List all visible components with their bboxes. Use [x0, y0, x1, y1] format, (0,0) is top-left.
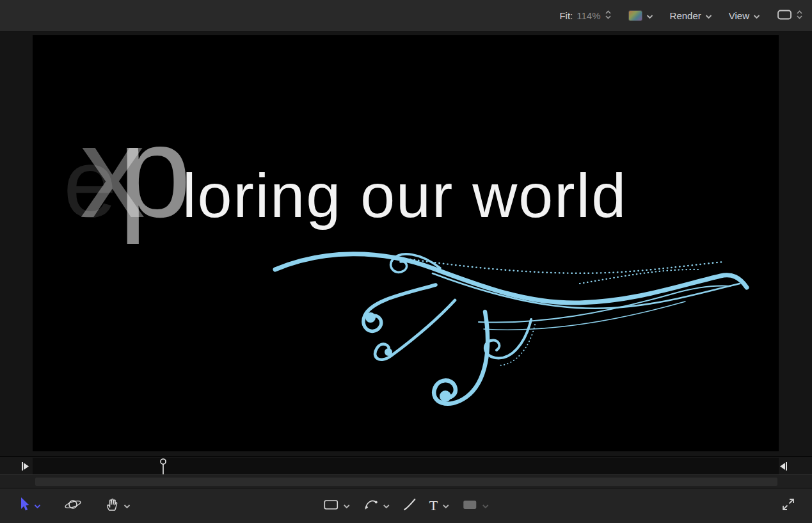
zoom-value: 114%: [577, 10, 600, 21]
play-range-end-marker[interactable]: [779, 462, 788, 474]
display-layout-icon: [777, 9, 792, 22]
rectangle-icon: [323, 498, 338, 513]
view-menu[interactable]: View: [729, 10, 760, 21]
color-channel-menu[interactable]: [628, 10, 653, 21]
fit-label: Fit:: [559, 10, 573, 21]
title-text-layer[interactable]: exploring our world: [63, 106, 627, 237]
mini-timeline[interactable]: [0, 456, 812, 474]
paint-stroke-tool[interactable]: [402, 497, 417, 514]
chevron-down-icon[interactable]: [383, 500, 390, 511]
mask-rectangle-icon: [462, 498, 477, 513]
timeline-scroll-strip: [0, 474, 812, 488]
color-swatch-icon: [628, 10, 642, 21]
select-arrow-icon: [18, 497, 29, 515]
zoom-stepper-icon[interactable]: [605, 10, 612, 22]
title-letter-dim: p: [118, 98, 191, 245]
flourish-swirl-graphic[interactable]: [273, 248, 749, 430]
text-tool[interactable]: T: [429, 499, 449, 513]
chevron-down-icon: [705, 10, 712, 21]
canvas-viewport[interactable]: exploring our world: [33, 35, 779, 451]
view-label: View: [729, 10, 749, 21]
mask-tool: [462, 498, 489, 513]
rectangle-tool[interactable]: [323, 498, 350, 513]
layout-stepper-icon: [796, 10, 803, 22]
chevron-down-icon[interactable]: [343, 500, 350, 511]
pen-curve-icon: [363, 497, 378, 515]
pan-zoom-tool[interactable]: [105, 497, 131, 515]
chevron-down-icon[interactable]: [123, 500, 131, 511]
render-label: Render: [670, 10, 701, 21]
play-range-start-marker[interactable]: [21, 462, 29, 474]
render-menu[interactable]: Render: [670, 10, 712, 21]
3d-transform-tool[interactable]: [64, 497, 82, 515]
paint-stroke-icon: [402, 497, 417, 514]
expand-arrows-icon: [781, 497, 795, 514]
top-toolbar: Fit: 114% Render View: [0, 0, 812, 32]
chevron-down-icon[interactable]: [34, 500, 41, 511]
canvas-region: exploring our world: [0, 32, 812, 456]
chevron-down-icon: [482, 500, 489, 511]
text-tool-icon: T: [429, 499, 438, 513]
timeline-track[interactable]: [33, 458, 779, 474]
orbit-3d-icon: [64, 497, 82, 515]
select-transform-tool[interactable]: [18, 497, 41, 515]
chevron-down-icon: [646, 10, 653, 21]
bottom-toolbar: T: [0, 488, 812, 523]
fullscreen-tool[interactable]: [781, 497, 795, 514]
hand-icon: [105, 497, 119, 515]
horizontal-scrollbar[interactable]: [35, 478, 777, 486]
display-layout-control[interactable]: [777, 9, 803, 22]
bezier-tool[interactable]: [363, 497, 390, 515]
title-text-bright: loring our world: [182, 161, 627, 230]
chevron-down-icon[interactable]: [442, 500, 449, 511]
chevron-down-icon: [753, 10, 760, 21]
zoom-control[interactable]: Fit: 114%: [559, 10, 611, 22]
